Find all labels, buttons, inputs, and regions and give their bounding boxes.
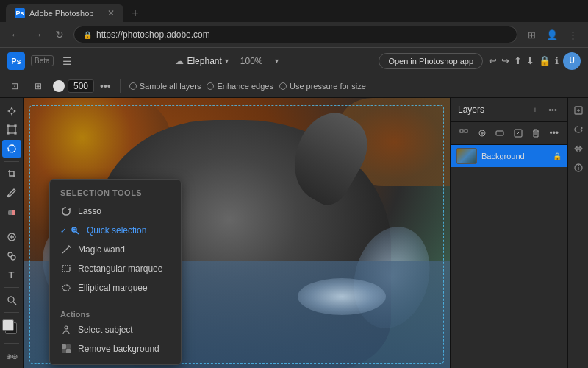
enhance-edges-radio[interactable]	[207, 82, 214, 90]
selection-tools-popup: Selection tools Lasso ✓ Quick selection	[49, 179, 182, 365]
canvas-area[interactable]: Selection tools Lasso ✓ Quick selection	[24, 98, 450, 368]
back-button[interactable]: ←	[7, 26, 24, 43]
edge-btn-1[interactable]	[570, 102, 587, 118]
sidebar-divider-4	[4, 312, 19, 313]
select-subject-icon	[60, 324, 72, 336]
tool-eraser[interactable]	[2, 203, 21, 221]
layers-tool-3[interactable]	[492, 125, 508, 141]
refresh-button[interactable]: ↻	[51, 26, 68, 43]
tool-transform[interactable]	[2, 121, 21, 139]
forward-button[interactable]: →	[29, 26, 46, 43]
svg-point-7	[7, 195, 9, 197]
undo-button[interactable]: ↩	[489, 55, 497, 66]
address-bar[interactable]: 🔒 https://photoshop.adobe.com	[74, 26, 517, 43]
edge-btn-3[interactable]	[570, 141, 587, 157]
tool-crop[interactable]	[2, 166, 21, 183]
quick-selection-label: Quick selection	[87, 225, 146, 236]
browser-tab[interactable]: Ps Adobe Photoshop ✕	[6, 4, 123, 22]
beta-badge: Beta	[31, 55, 54, 66]
layers-toolbar: •••	[451, 122, 567, 145]
toolbar-tool-2[interactable]: ⊞	[29, 77, 47, 95]
info-icon[interactable]: ℹ	[555, 55, 559, 66]
enhance-edges-option[interactable]: Enhance edges	[207, 82, 273, 91]
tool-magic-wand[interactable]: Magic wand	[50, 240, 181, 259]
tool-brush[interactable]	[2, 184, 21, 202]
toolbar-separator	[120, 79, 121, 93]
foreground-color-swatch[interactable]	[2, 319, 14, 331]
sample-all-layers-option[interactable]: Sample all layers	[129, 82, 201, 91]
main-content: T ⊕⊕	[0, 98, 588, 368]
app-container: Ps Beta ☰ ☁ Elephant ▾ 100% ▾ Open in Ph…	[0, 48, 588, 368]
elliptical-marquee-label: Elliptical marquee	[78, 283, 148, 293]
popup-header: Selection tools	[50, 185, 181, 202]
photoshop-logo: Ps	[7, 52, 25, 70]
tab-bar: Ps Adobe Photoshop ✕ +	[0, 0, 588, 22]
nav-icons: ⊞ 👤 ⋮	[523, 26, 581, 43]
browser-chrome: Ps Adobe Photoshop ✕ + ← → ↻ 🔒 https://p…	[0, 0, 588, 48]
download-icon[interactable]: ⬇	[526, 55, 534, 66]
new-tab-button[interactable]: +	[126, 4, 144, 22]
panel-header: Layers + •••	[451, 98, 567, 122]
tool-zoom[interactable]	[2, 291, 21, 309]
pressure-radio[interactable]	[279, 82, 287, 90]
action-remove-bg[interactable]: Remove background	[50, 339, 181, 358]
enhance-edges-label: Enhance edges	[217, 82, 273, 91]
more-options-button[interactable]: •••	[100, 80, 111, 92]
svg-rect-9	[12, 210, 15, 215]
user-avatar[interactable]: U	[563, 52, 581, 70]
layers-tool-2[interactable]	[474, 125, 490, 141]
url-text: https://photoshop.adobe.com	[96, 29, 210, 40]
tool-extra[interactable]: ⊕⊕	[2, 347, 21, 365]
tool-rect-marquee[interactable]: Rectangular marquee	[50, 259, 181, 278]
layers-tool-more[interactable]: •••	[546, 125, 562, 141]
action-select-subject[interactable]: Select subject	[50, 320, 181, 339]
cloud-icon: ☁	[175, 56, 184, 66]
tool-elliptical-marquee[interactable]: Elliptical marquee	[50, 278, 181, 297]
layers-tool-delete[interactable]	[528, 125, 544, 141]
brush-size-value[interactable]: 500	[68, 79, 94, 93]
extensions-icon[interactable]: ⊞	[523, 26, 539, 43]
share-icon[interactable]: ⬆	[514, 55, 522, 66]
svg-rect-24	[66, 349, 71, 353]
popup-divider	[50, 302, 181, 302]
redo-button[interactable]: ↪	[501, 55, 509, 66]
layers-tool-1[interactable]	[456, 125, 472, 141]
tool-clone[interactable]	[2, 247, 21, 265]
svg-point-16	[74, 229, 75, 230]
lock-header-icon: 🔒	[539, 55, 551, 66]
tool-heal[interactable]	[2, 228, 21, 246]
tool-selection[interactable]	[2, 140, 21, 158]
edge-btn-info[interactable]	[570, 160, 587, 176]
open-in-app-button[interactable]: Open in Photoshop app	[379, 53, 483, 69]
tool-move[interactable]	[2, 102, 21, 120]
hamburger-menu[interactable]: ☰	[60, 54, 75, 68]
file-dropdown-arrow[interactable]: ▾	[225, 57, 229, 65]
add-layer-button[interactable]: +	[528, 102, 542, 117]
edge-btn-2[interactable]	[570, 121, 587, 138]
use-pressure-option[interactable]: Use pressure for size	[279, 82, 366, 91]
color-swatches	[2, 319, 21, 339]
zoom-dropdown-arrow[interactable]: ▾	[275, 57, 279, 65]
toolbar-tool-1[interactable]: ⊡	[6, 77, 24, 95]
sample-layers-radio[interactable]	[129, 82, 137, 90]
layer-lock-icon: 🔒	[553, 152, 562, 160]
panel-more-button[interactable]: •••	[545, 102, 560, 117]
tab-title: Adobe Photoshop	[29, 9, 103, 18]
select-subject-label: Select subject	[78, 325, 133, 335]
svg-rect-26	[465, 130, 467, 132]
elliptical-marquee-icon	[60, 282, 72, 294]
svg-rect-18	[62, 266, 70, 272]
menu-icon[interactable]: ⋮	[564, 26, 581, 43]
tab-close-button[interactable]: ✕	[107, 8, 115, 18]
tool-text[interactable]: T	[2, 266, 21, 283]
layer-background[interactable]: Background 🔒	[451, 145, 567, 167]
layers-tool-mask[interactable]	[510, 125, 526, 141]
remove-bg-icon	[60, 343, 72, 355]
remove-bg-label: Remove background	[78, 344, 159, 354]
cloud-section: ☁ Elephant ▾	[175, 56, 228, 66]
tool-lasso[interactable]: Lasso	[50, 202, 181, 221]
svg-line-17	[62, 248, 68, 253]
profile-icon[interactable]: 👤	[544, 26, 560, 43]
tool-quick-selection[interactable]: ✓ Quick selection	[50, 221, 181, 240]
header-actions: ↩ ↪ ⬆ ⬇ 🔒 ℹ U	[489, 52, 581, 70]
